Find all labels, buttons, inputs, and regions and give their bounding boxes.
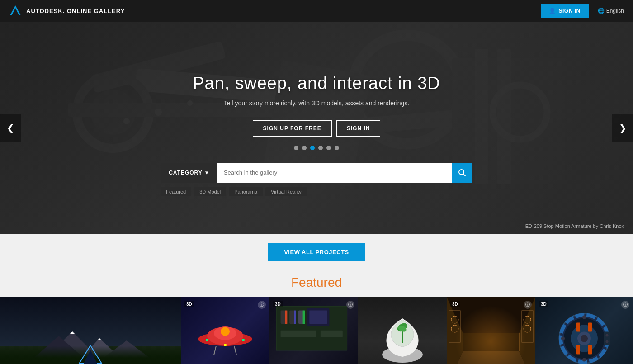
- featured-card-1[interactable]: Z-751 👁 9755 💬 3 ▲ 26: [0, 297, 181, 364]
- card-3-3d-badge: 3D: [273, 301, 283, 307]
- carousel-dots: [161, 146, 472, 150]
- svg-rect-81: [576, 323, 580, 332]
- svg-point-87: [606, 340, 609, 343]
- language-selector[interactable]: 🌐 English: [598, 8, 624, 14]
- featured-card-4[interactable]: 👁 56685 💬 36 ▲ 449 Air Purifier 2.0: [358, 297, 447, 364]
- carousel-dot-4[interactable]: [318, 146, 323, 150]
- carousel-dot-2[interactable]: [302, 146, 307, 150]
- arrow-left-icon: ❮: [7, 123, 14, 133]
- svg-rect-50: [294, 311, 296, 324]
- svg-line-20: [463, 174, 465, 176]
- hero-content: Pan, sweep, and interact in 3D Tell your…: [161, 74, 472, 183]
- svg-point-86: [606, 334, 609, 337]
- svg-point-34: [206, 339, 208, 341]
- svg-point-77: [582, 316, 586, 319]
- svg-rect-84: [588, 345, 592, 355]
- svg-point-36: [224, 344, 227, 346]
- view-all-section: VIEW ALL PROJECTS: [0, 234, 633, 274]
- featured-section: Featured: [0, 274, 633, 364]
- carousel-dot-1[interactable]: [294, 146, 298, 150]
- building-interior-svg: [447, 297, 535, 364]
- search-input[interactable]: [217, 163, 452, 183]
- carousel-next-button[interactable]: ❯: [612, 114, 633, 142]
- svg-rect-51: [303, 311, 305, 324]
- card-3-info-icon[interactable]: ⓘ: [346, 301, 354, 309]
- autodesk-logo-icon: [9, 5, 22, 17]
- navbar-signin-button[interactable]: 👤 SIGN IN: [541, 4, 589, 18]
- svg-rect-83: [576, 345, 580, 355]
- featured-card-3[interactable]: 3D: [269, 297, 358, 364]
- svg-line-37: [214, 346, 216, 355]
- card-6-3d-badge: 3D: [539, 301, 548, 307]
- featured-card-2[interactable]: 3D ⓘ: [181, 297, 269, 364]
- tag-panorama[interactable]: Panorama: [229, 187, 263, 196]
- svg-rect-85: [604, 332, 610, 345]
- hero-buttons: SIGN UP FOR FREE SIGN IN: [161, 120, 472, 137]
- search-button[interactable]: [452, 163, 472, 183]
- user-icon: 👤: [549, 8, 556, 14]
- signin-button[interactable]: SIGN IN: [336, 120, 381, 137]
- svg-rect-45: [309, 311, 327, 324]
- svg-rect-82: [588, 323, 592, 332]
- card-2-info-icon[interactable]: ⓘ: [258, 301, 266, 309]
- search-container: CATEGORY ▾ Featured 3D Model Panorama Vi…: [161, 163, 472, 183]
- featured-card-6[interactable]: 3D: [535, 297, 633, 364]
- svg-point-33: [221, 327, 230, 336]
- svg-point-79: [561, 337, 565, 340]
- hero-title: Pan, sweep, and interact in 3D: [161, 74, 472, 93]
- card-5-info-icon[interactable]: ⓘ: [524, 301, 532, 309]
- chevron-down-icon: ▾: [205, 170, 208, 176]
- svg-point-78: [582, 358, 586, 362]
- svg-marker-26: [97, 338, 102, 340]
- navbar-brand: AUTODESK. ONLINE GALLERY: [9, 5, 125, 17]
- featured-cards-row: Z-751 👁 9755 💬 3 ▲ 26: [0, 297, 633, 364]
- air-purifier-svg: [380, 312, 425, 364]
- svg-rect-63: [447, 297, 535, 364]
- svg-point-76: [581, 335, 588, 342]
- svg-line-38: [234, 346, 236, 355]
- category-button[interactable]: CATEGORY ▾: [161, 163, 217, 183]
- featured-title: Featured: [0, 274, 633, 290]
- featured-card-5[interactable]: 3D: [447, 297, 535, 364]
- navbar-actions: 👤 SIGN IN 🌐 English: [541, 4, 624, 18]
- carousel-dot-6[interactable]: [335, 146, 339, 150]
- svg-rect-46: [281, 331, 316, 337]
- svg-rect-47: [321, 331, 343, 337]
- category-label: CATEGORY: [169, 170, 203, 176]
- hero-subtitle: Tell your story more richly, with 3D mod…: [161, 99, 472, 107]
- motor-svg: [555, 309, 614, 364]
- globe-icon: 🌐: [598, 8, 605, 14]
- electronics-svg: [272, 302, 351, 364]
- card-6-info-icon[interactable]: ⓘ: [621, 301, 629, 309]
- carousel-dot-5[interactable]: [326, 146, 331, 150]
- arrow-right-icon: ❯: [619, 123, 627, 133]
- hero-caption: ED-209 Stop Motion Armature by Chris Kno…: [525, 223, 624, 229]
- navbar: AUTODESK. ONLINE GALLERY 👤 SIGN IN 🌐 Eng…: [0, 0, 633, 22]
- view-all-button[interactable]: VIEW ALL PROJECTS: [268, 243, 365, 261]
- drone-svg: [194, 314, 257, 359]
- svg-marker-28: [84, 350, 97, 364]
- search-tags: Featured 3D Model Panorama Virtual Reali…: [161, 187, 307, 196]
- signup-button[interactable]: SIGN UP FOR FREE: [253, 120, 332, 137]
- hero-section: ❮ Pan, sweep, and interact in 3D Tell yo…: [0, 22, 633, 234]
- navbar-app-name: AUTODESK. ONLINE GALLERY: [26, 8, 125, 14]
- svg-rect-49: [285, 311, 287, 324]
- card-2-3d-badge: 3D: [184, 301, 194, 307]
- carousel-prev-button[interactable]: ❮: [0, 114, 21, 142]
- tag-3dmodel[interactable]: 3D Model: [194, 187, 226, 196]
- svg-point-35: [242, 339, 245, 341]
- carousel-dot-3[interactable]: [310, 146, 315, 150]
- search-area: CATEGORY ▾: [161, 163, 472, 183]
- card-5-3d-badge: 3D: [450, 301, 460, 307]
- svg-marker-25: [70, 331, 75, 334]
- mountain-logo-svg: Z-751: [72, 343, 109, 364]
- tag-featured[interactable]: Featured: [161, 187, 191, 196]
- tag-virtualreality[interactable]: Virtual Reality: [265, 187, 307, 196]
- search-icon: [458, 169, 466, 177]
